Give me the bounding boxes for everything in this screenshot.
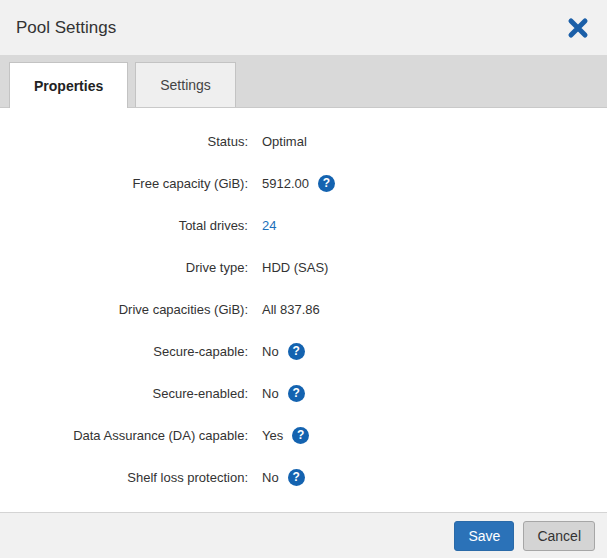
properties-panel: Status:OptimalFree capacity (GiB):5912.0… — [0, 108, 607, 512]
property-value-wrap-secure-enabled: No? — [262, 385, 305, 402]
help-icon[interactable]: ? — [292, 427, 309, 444]
property-row-da-capable: Data Assurance (DA) capable:Yes? — [0, 414, 607, 456]
property-value-status: Optimal — [262, 134, 307, 149]
property-value-drive-capacities: All 837.86 — [262, 302, 320, 317]
property-value-wrap-drive-type: HDD (SAS) — [262, 260, 328, 275]
property-label-shelf-loss-protection: Shelf loss protection: — [0, 470, 248, 485]
property-row-secure-capable: Secure-capable:No? — [0, 330, 607, 372]
help-icon[interactable]: ? — [288, 469, 305, 486]
property-value-wrap-da-capable: Yes? — [262, 427, 309, 444]
tab-settings[interactable]: Settings — [135, 62, 236, 107]
property-row-total-drives: Total drives:24 — [0, 204, 607, 246]
property-row-shelf-loss-protection: Shelf loss protection:No? — [0, 456, 607, 498]
property-row-free-capacity: Free capacity (GiB):5912.00? — [0, 162, 607, 204]
property-row-secure-enabled: Secure-enabled:No? — [0, 372, 607, 414]
cancel-button[interactable]: Cancel — [523, 521, 595, 551]
property-label-free-capacity: Free capacity (GiB): — [0, 176, 248, 191]
property-row-drive-type: Drive type:HDD (SAS) — [0, 246, 607, 288]
property-value-da-capable: Yes — [262, 428, 283, 443]
property-value-wrap-drive-capacities: All 837.86 — [262, 302, 320, 317]
property-value-wrap-total-drives: 24 — [262, 218, 276, 233]
property-value-secure-capable: No — [262, 344, 279, 359]
help-icon[interactable]: ? — [318, 175, 335, 192]
property-label-drive-type: Drive type: — [0, 260, 248, 275]
property-value-shelf-loss-protection: No — [262, 470, 279, 485]
property-label-total-drives: Total drives: — [0, 218, 248, 233]
property-value-free-capacity: 5912.00 — [262, 176, 309, 191]
dialog-footer: Save Cancel — [0, 512, 607, 558]
property-label-secure-enabled: Secure-enabled: — [0, 386, 248, 401]
help-icon[interactable]: ? — [288, 343, 305, 360]
property-value-secure-enabled: No — [262, 386, 279, 401]
property-value-drive-type: HDD (SAS) — [262, 260, 328, 275]
property-label-secure-capable: Secure-capable: — [0, 344, 248, 359]
tab-bar: Properties Settings — [0, 55, 607, 108]
property-label-da-capable: Data Assurance (DA) capable: — [0, 428, 248, 443]
property-row-drive-capacities: Drive capacities (GiB):All 837.86 — [0, 288, 607, 330]
property-value-wrap-free-capacity: 5912.00? — [262, 175, 335, 192]
pool-settings-dialog: Pool Settings Properties Settings Status… — [0, 0, 607, 558]
dialog-header: Pool Settings — [0, 0, 607, 55]
dialog-title: Pool Settings — [16, 18, 116, 38]
property-value-wrap-shelf-loss-protection: No? — [262, 469, 305, 486]
save-button[interactable]: Save — [454, 521, 514, 551]
close-icon[interactable] — [567, 17, 589, 39]
total-drives-link[interactable]: 24 — [262, 218, 276, 233]
tab-properties[interactable]: Properties — [9, 62, 128, 108]
help-icon[interactable]: ? — [288, 385, 305, 402]
property-value-wrap-secure-capable: No? — [262, 343, 305, 360]
property-value-wrap-status: Optimal — [262, 134, 307, 149]
property-row-status: Status:Optimal — [0, 120, 607, 162]
property-label-drive-capacities: Drive capacities (GiB): — [0, 302, 248, 317]
property-label-status: Status: — [0, 134, 248, 149]
